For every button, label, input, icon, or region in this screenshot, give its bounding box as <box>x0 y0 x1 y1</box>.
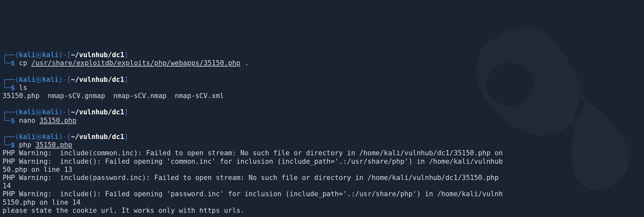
prompt-open-paren: ( <box>15 133 19 141</box>
prompt-skull-icon: ㉿ <box>35 108 42 116</box>
prompt-dollar: $ <box>11 59 15 67</box>
prompt-path: ~/vulnhub/dc1 <box>71 76 124 83</box>
prompt-line-command: └─$ cp /usr/share/exploitdb/exploits/php… <box>3 59 641 67</box>
output-line: 50.php on line 13 <box>3 166 641 174</box>
prompt-line-top: ┌──(kali㉿kali)-[~/vulnhub/dc1] <box>3 133 641 141</box>
prompt-path: ~/vulnhub/dc1 <box>71 51 124 59</box>
prompt-dash: - <box>63 108 67 116</box>
prompt-user: kali <box>19 108 36 116</box>
prompt-path: ~/vulnhub/dc1 <box>71 133 124 141</box>
prompt-close-paren: ) <box>59 108 63 116</box>
prompt-close-bracket: ] <box>124 133 128 141</box>
prompt-corner-icon: └─ <box>3 59 11 67</box>
output-line: 5150.php on line 14 <box>3 198 641 207</box>
prompt-close-bracket: ] <box>124 51 128 59</box>
output-line: PHP Warning: include(password.inc): Fail… <box>3 174 641 182</box>
prompt-corner-icon: └─ <box>3 117 11 124</box>
prompt-dash: - <box>63 76 67 83</box>
prompt-skull-icon: ㉿ <box>35 51 42 59</box>
prompt-open-bracket: [ <box>67 133 71 141</box>
prompt-close-paren: ) <box>59 51 63 59</box>
prompt-line-top: ┌──(kali㉿kali)-[~/vulnhub/dc1] <box>3 108 641 116</box>
command-arg: 35150.php <box>35 141 72 149</box>
prompt-dash: - <box>63 51 67 59</box>
prompt-line-command: └─$ nano 35150.php <box>3 117 641 125</box>
command-name: cp <box>19 59 27 67</box>
command-arg: /usr/share/exploitdb/exploits/php/webapp… <box>31 59 241 67</box>
command-name: nano <box>19 117 36 124</box>
prompt-open-bracket: [ <box>67 108 71 116</box>
prompt-host: kali <box>42 51 59 59</box>
prompt-host: kali <box>42 108 59 116</box>
prompt-user: kali <box>19 76 36 83</box>
command-arg-trailing: . <box>240 59 248 67</box>
prompt-line-command: └─$ php 35150.php <box>3 141 641 149</box>
prompt-open-bracket: [ <box>67 76 71 83</box>
output-line: PHP Warning: include(): Failed opening '… <box>3 190 641 198</box>
terminal-output[interactable]: ┌──(kali㉿kali)-[~/vulnhub/dc1]└─$ cp /us… <box>3 51 641 215</box>
prompt-close-paren: ) <box>59 133 63 141</box>
prompt-skull-icon: ㉿ <box>35 76 42 83</box>
prompt-corner-icon: └─ <box>3 84 11 92</box>
prompt-user: kali <box>19 51 36 59</box>
prompt-open-paren: ( <box>15 51 19 59</box>
output-line: please state the cookie url. It works on… <box>3 207 641 215</box>
command-arg: 35150.php <box>40 117 77 124</box>
prompt-corner-icon: ┌── <box>3 133 15 141</box>
output-line: PHP Warning: include(): Failed opening '… <box>3 158 641 166</box>
prompt-user: kali <box>19 133 36 141</box>
prompt-line-top: ┌──(kali㉿kali)-[~/vulnhub/dc1] <box>3 51 641 59</box>
prompt-dollar: $ <box>11 84 15 92</box>
prompt-open-bracket: [ <box>67 51 71 59</box>
prompt-dollar: $ <box>11 141 15 149</box>
prompt-open-paren: ( <box>15 108 19 116</box>
prompt-corner-icon: ┌── <box>3 108 15 116</box>
prompt-open-paren: ( <box>15 76 19 83</box>
prompt-close-paren: ) <box>59 76 63 83</box>
command-name: ls <box>19 84 27 92</box>
prompt-dollar: $ <box>11 117 15 124</box>
prompt-path: ~/vulnhub/dc1 <box>71 108 124 116</box>
prompt-skull-icon: ㉿ <box>35 133 42 141</box>
command-name: php <box>19 141 31 149</box>
output-line: PHP Warning: include(common.inc): Failed… <box>3 149 641 157</box>
prompt-corner-icon: └─ <box>3 141 11 149</box>
blank-line <box>3 125 641 133</box>
prompt-host: kali <box>42 76 59 83</box>
prompt-host: kali <box>42 133 59 141</box>
blank-line <box>3 68 641 76</box>
prompt-corner-icon: ┌── <box>3 76 15 83</box>
blank-line <box>3 100 641 108</box>
prompt-corner-icon: ┌── <box>3 51 15 59</box>
prompt-close-bracket: ] <box>124 76 128 83</box>
output-line: 14 <box>3 182 641 190</box>
prompt-close-bracket: ] <box>124 108 128 116</box>
prompt-line-top: ┌──(kali㉿kali)-[~/vulnhub/dc1] <box>3 76 641 84</box>
output-line: 35150.php nmap-sCV.gnmap nmap-sCV.nmap n… <box>3 92 641 100</box>
prompt-line-command: └─$ ls <box>3 84 641 92</box>
prompt-dash: - <box>63 133 67 141</box>
